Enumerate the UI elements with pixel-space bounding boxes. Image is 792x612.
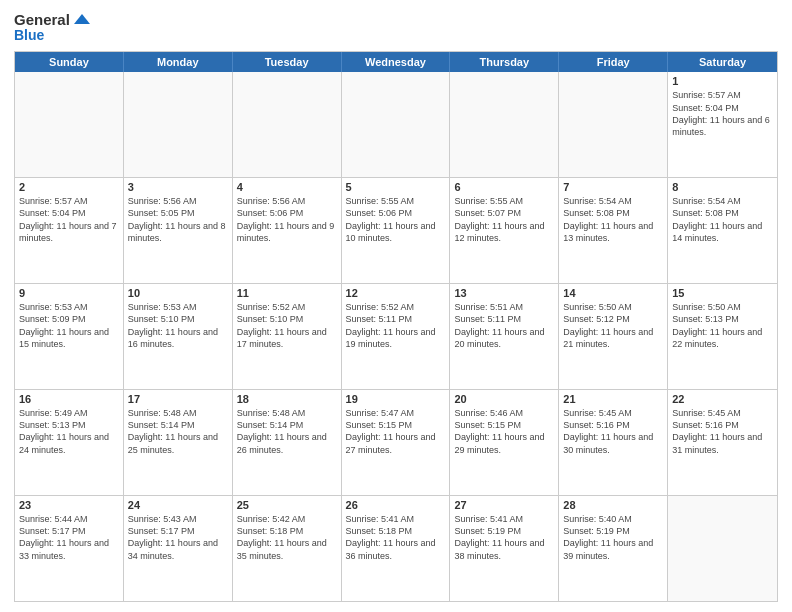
calendar-row-2: 9Sunrise: 5:53 AM Sunset: 5:09 PM Daylig… [15, 283, 777, 389]
calendar-cell [15, 72, 124, 177]
cell-info: Sunrise: 5:55 AM Sunset: 5:06 PM Dayligh… [346, 195, 446, 244]
cell-info: Sunrise: 5:54 AM Sunset: 5:08 PM Dayligh… [563, 195, 663, 244]
cell-info: Sunrise: 5:50 AM Sunset: 5:12 PM Dayligh… [563, 301, 663, 350]
calendar-cell: 26Sunrise: 5:41 AM Sunset: 5:18 PM Dayli… [342, 496, 451, 601]
day-number: 21 [563, 393, 663, 405]
cell-info: Sunrise: 5:45 AM Sunset: 5:16 PM Dayligh… [563, 407, 663, 456]
calendar-cell: 10Sunrise: 5:53 AM Sunset: 5:10 PM Dayli… [124, 284, 233, 389]
calendar-cell: 16Sunrise: 5:49 AM Sunset: 5:13 PM Dayli… [15, 390, 124, 495]
cell-info: Sunrise: 5:45 AM Sunset: 5:16 PM Dayligh… [672, 407, 773, 456]
cell-info: Sunrise: 5:46 AM Sunset: 5:15 PM Dayligh… [454, 407, 554, 456]
cell-info: Sunrise: 5:44 AM Sunset: 5:17 PM Dayligh… [19, 513, 119, 562]
calendar-header: SundayMondayTuesdayWednesdayThursdayFrid… [15, 52, 777, 72]
day-number: 6 [454, 181, 554, 193]
calendar-cell: 13Sunrise: 5:51 AM Sunset: 5:11 PM Dayli… [450, 284, 559, 389]
day-number: 8 [672, 181, 773, 193]
day-number: 26 [346, 499, 446, 511]
day-number: 3 [128, 181, 228, 193]
calendar-cell: 6Sunrise: 5:55 AM Sunset: 5:07 PM Daylig… [450, 178, 559, 283]
cell-info: Sunrise: 5:41 AM Sunset: 5:18 PM Dayligh… [346, 513, 446, 562]
header-day-monday: Monday [124, 52, 233, 72]
day-number: 23 [19, 499, 119, 511]
header-day-wednesday: Wednesday [342, 52, 451, 72]
day-number: 13 [454, 287, 554, 299]
calendar-cell: 25Sunrise: 5:42 AM Sunset: 5:18 PM Dayli… [233, 496, 342, 601]
calendar-cell [668, 496, 777, 601]
calendar-cell: 4Sunrise: 5:56 AM Sunset: 5:06 PM Daylig… [233, 178, 342, 283]
logo-icon [72, 10, 92, 30]
page-container: General Blue SundayMondayTuesdayWednesda… [0, 0, 792, 612]
day-number: 10 [128, 287, 228, 299]
calendar-cell [342, 72, 451, 177]
calendar-cell [450, 72, 559, 177]
day-number: 16 [19, 393, 119, 405]
day-number: 4 [237, 181, 337, 193]
calendar-cell: 19Sunrise: 5:47 AM Sunset: 5:15 PM Dayli… [342, 390, 451, 495]
day-number: 19 [346, 393, 446, 405]
calendar-row-3: 16Sunrise: 5:49 AM Sunset: 5:13 PM Dayli… [15, 389, 777, 495]
day-number: 28 [563, 499, 663, 511]
cell-info: Sunrise: 5:52 AM Sunset: 5:10 PM Dayligh… [237, 301, 337, 350]
calendar-row-0: 1Sunrise: 5:57 AM Sunset: 5:04 PM Daylig… [15, 72, 777, 177]
logo-text-general: General [14, 12, 70, 29]
calendar-cell: 5Sunrise: 5:55 AM Sunset: 5:06 PM Daylig… [342, 178, 451, 283]
calendar-cell: 21Sunrise: 5:45 AM Sunset: 5:16 PM Dayli… [559, 390, 668, 495]
header-day-friday: Friday [559, 52, 668, 72]
day-number: 22 [672, 393, 773, 405]
header-day-saturday: Saturday [668, 52, 777, 72]
cell-info: Sunrise: 5:53 AM Sunset: 5:09 PM Dayligh… [19, 301, 119, 350]
day-number: 17 [128, 393, 228, 405]
cell-info: Sunrise: 5:41 AM Sunset: 5:19 PM Dayligh… [454, 513, 554, 562]
cell-info: Sunrise: 5:47 AM Sunset: 5:15 PM Dayligh… [346, 407, 446, 456]
cell-info: Sunrise: 5:52 AM Sunset: 5:11 PM Dayligh… [346, 301, 446, 350]
day-number: 27 [454, 499, 554, 511]
cell-info: Sunrise: 5:40 AM Sunset: 5:19 PM Dayligh… [563, 513, 663, 562]
cell-info: Sunrise: 5:48 AM Sunset: 5:14 PM Dayligh… [237, 407, 337, 456]
calendar-body: 1Sunrise: 5:57 AM Sunset: 5:04 PM Daylig… [15, 72, 777, 601]
day-number: 14 [563, 287, 663, 299]
calendar-cell: 1Sunrise: 5:57 AM Sunset: 5:04 PM Daylig… [668, 72, 777, 177]
cell-info: Sunrise: 5:50 AM Sunset: 5:13 PM Dayligh… [672, 301, 773, 350]
cell-info: Sunrise: 5:57 AM Sunset: 5:04 PM Dayligh… [19, 195, 119, 244]
day-number: 18 [237, 393, 337, 405]
calendar-cell [559, 72, 668, 177]
calendar-cell: 3Sunrise: 5:56 AM Sunset: 5:05 PM Daylig… [124, 178, 233, 283]
logo-text-blue: Blue [14, 28, 44, 43]
cell-info: Sunrise: 5:55 AM Sunset: 5:07 PM Dayligh… [454, 195, 554, 244]
cell-info: Sunrise: 5:49 AM Sunset: 5:13 PM Dayligh… [19, 407, 119, 456]
calendar-cell [124, 72, 233, 177]
cell-info: Sunrise: 5:42 AM Sunset: 5:18 PM Dayligh… [237, 513, 337, 562]
day-number: 7 [563, 181, 663, 193]
calendar-cell: 20Sunrise: 5:46 AM Sunset: 5:15 PM Dayli… [450, 390, 559, 495]
cell-info: Sunrise: 5:56 AM Sunset: 5:06 PM Dayligh… [237, 195, 337, 244]
day-number: 12 [346, 287, 446, 299]
calendar-cell: 27Sunrise: 5:41 AM Sunset: 5:19 PM Dayli… [450, 496, 559, 601]
calendar-cell: 24Sunrise: 5:43 AM Sunset: 5:17 PM Dayli… [124, 496, 233, 601]
calendar-row-1: 2Sunrise: 5:57 AM Sunset: 5:04 PM Daylig… [15, 177, 777, 283]
cell-info: Sunrise: 5:54 AM Sunset: 5:08 PM Dayligh… [672, 195, 773, 244]
logo: General Blue [14, 10, 92, 43]
calendar-cell: 11Sunrise: 5:52 AM Sunset: 5:10 PM Dayli… [233, 284, 342, 389]
cell-info: Sunrise: 5:53 AM Sunset: 5:10 PM Dayligh… [128, 301, 228, 350]
header-day-thursday: Thursday [450, 52, 559, 72]
calendar-cell: 12Sunrise: 5:52 AM Sunset: 5:11 PM Dayli… [342, 284, 451, 389]
calendar-cell: 14Sunrise: 5:50 AM Sunset: 5:12 PM Dayli… [559, 284, 668, 389]
day-number: 1 [672, 75, 773, 87]
calendar-cell: 18Sunrise: 5:48 AM Sunset: 5:14 PM Dayli… [233, 390, 342, 495]
day-number: 25 [237, 499, 337, 511]
day-number: 2 [19, 181, 119, 193]
day-number: 9 [19, 287, 119, 299]
day-number: 15 [672, 287, 773, 299]
day-number: 24 [128, 499, 228, 511]
calendar-row-4: 23Sunrise: 5:44 AM Sunset: 5:17 PM Dayli… [15, 495, 777, 601]
day-number: 20 [454, 393, 554, 405]
cell-info: Sunrise: 5:57 AM Sunset: 5:04 PM Dayligh… [672, 89, 773, 138]
calendar: SundayMondayTuesdayWednesdayThursdayFrid… [14, 51, 778, 602]
calendar-cell: 2Sunrise: 5:57 AM Sunset: 5:04 PM Daylig… [15, 178, 124, 283]
header-day-tuesday: Tuesday [233, 52, 342, 72]
day-number: 5 [346, 181, 446, 193]
calendar-cell: 7Sunrise: 5:54 AM Sunset: 5:08 PM Daylig… [559, 178, 668, 283]
calendar-cell: 23Sunrise: 5:44 AM Sunset: 5:17 PM Dayli… [15, 496, 124, 601]
calendar-cell: 9Sunrise: 5:53 AM Sunset: 5:09 PM Daylig… [15, 284, 124, 389]
calendar-cell: 15Sunrise: 5:50 AM Sunset: 5:13 PM Dayli… [668, 284, 777, 389]
